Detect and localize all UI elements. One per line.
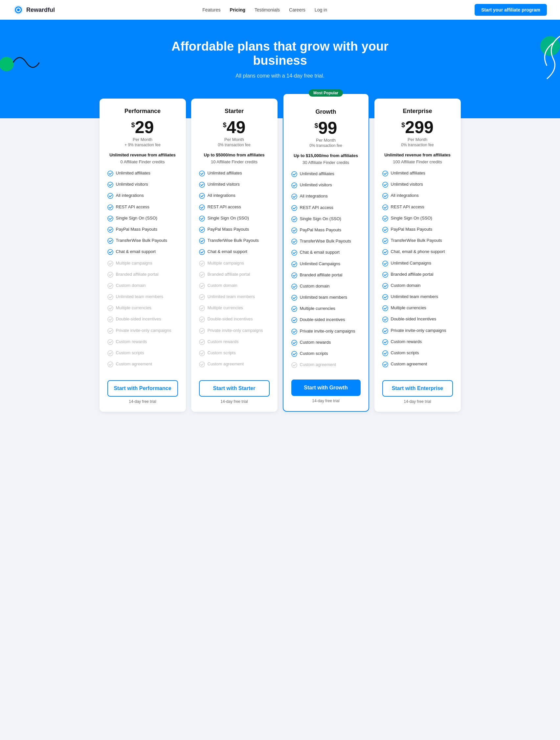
plan-cta-button-growth[interactable]: Start with Growth — [291, 379, 361, 396]
feature-item: Branded affiliate portal — [291, 272, 361, 280]
price-fee: + 9% transaction fee — [107, 143, 178, 147]
feature-text: PayPal Mass Payouts — [116, 226, 157, 232]
plan-name: Enterprise — [382, 108, 453, 115]
feature-text: Double-sided incentives — [300, 317, 345, 323]
feature-text: Custom rewards — [391, 339, 422, 345]
feature-item: TransferWise Bulk Payouts — [199, 238, 270, 246]
nav-testimonials[interactable]: Testimonials — [254, 7, 280, 12]
svg-point-43 — [292, 194, 297, 199]
svg-point-72 — [383, 317, 388, 322]
feature-check-icon — [291, 171, 297, 179]
svg-point-50 — [292, 273, 297, 278]
feature-check-icon — [107, 181, 113, 189]
svg-point-71 — [383, 305, 388, 311]
feature-check-icon — [382, 328, 388, 336]
feature-text: Double-sided incentives — [116, 316, 161, 322]
plan-credits: 100 Affiliate Finder credits — [382, 159, 453, 164]
svg-point-59 — [383, 171, 388, 176]
feature-item: TransferWise Bulk Payouts — [291, 238, 361, 246]
price-dollar-sign: $ — [223, 121, 227, 129]
nav-cta-button[interactable]: Start your affiliate program — [475, 4, 547, 16]
feature-item: PayPal Mass Payouts — [199, 226, 270, 234]
svg-point-36 — [199, 317, 205, 322]
svg-point-37 — [199, 328, 205, 334]
feature-item: Single Sign On (SSO) — [291, 216, 361, 224]
feature-item: Custom agreement — [382, 361, 453, 369]
feature-item: All integrations — [107, 193, 178, 200]
plan-trial: 14-day free trial — [199, 399, 270, 404]
svg-point-35 — [199, 305, 205, 311]
feature-item: PayPal Mass Payouts — [382, 226, 453, 234]
features-list: Unlimited affiliates Unlimited visitors … — [107, 170, 178, 374]
svg-point-49 — [292, 262, 297, 267]
plan-credits: 10 Affiliate Finder credits — [199, 159, 270, 164]
svg-point-5 — [108, 171, 113, 176]
feature-text: Custom rewards — [300, 340, 331, 345]
feature-text: Multiple currencies — [300, 305, 335, 311]
feature-text: Custom agreement — [116, 361, 152, 367]
feature-item: Single Sign On (SSO) — [199, 215, 270, 223]
feature-text: Unlimited affiliates — [208, 170, 242, 176]
svg-point-51 — [292, 284, 297, 289]
feature-check-icon — [199, 238, 205, 246]
feature-item: Custom scripts — [291, 351, 361, 359]
svg-point-41 — [292, 172, 297, 177]
svg-point-15 — [108, 283, 113, 288]
feature-text: Unlimited team members — [116, 294, 163, 300]
svg-point-60 — [383, 182, 388, 187]
feature-check-icon — [199, 294, 205, 302]
feature-item: Single Sign On (SSO) — [107, 215, 178, 223]
plan-cta-button-enterprise[interactable]: Start with Enterprise — [382, 380, 453, 397]
feature-text: Multiple currencies — [208, 305, 243, 311]
feature-text: Custom domain — [208, 283, 237, 288]
feature-check-icon — [107, 226, 113, 234]
feature-text: Branded affiliate portal — [391, 271, 434, 277]
feature-check-icon — [291, 351, 297, 359]
feature-check-icon — [107, 170, 113, 178]
feature-check-icon — [382, 361, 388, 369]
nav-features[interactable]: Features — [202, 7, 220, 12]
feature-text: PayPal Mass Payouts — [208, 226, 249, 232]
svg-point-9 — [108, 216, 113, 221]
nav-login[interactable]: Log in — [315, 7, 327, 12]
feature-text: Custom rewards — [116, 339, 147, 345]
feature-item: Chat & email support — [107, 249, 178, 257]
feature-check-icon — [291, 182, 297, 190]
svg-point-42 — [292, 183, 297, 188]
features-list: Unlimited affiliates Unlimited visitors … — [382, 170, 453, 374]
feature-item: Unlimited Campaigns — [291, 261, 361, 269]
feature-text: PayPal Mass Payouts — [300, 227, 341, 233]
price-amount: 29 — [135, 119, 154, 136]
svg-point-29 — [199, 238, 205, 244]
feature-item: Multiple currencies — [107, 305, 178, 313]
feature-item: Multiple campaigns — [107, 260, 178, 268]
nav-pricing[interactable]: Pricing — [230, 7, 245, 12]
feature-check-icon — [107, 283, 113, 290]
feature-text: Private invite-only campaigns — [391, 328, 446, 334]
feature-check-icon — [382, 283, 388, 290]
feature-item: Unlimited Campaigns — [382, 260, 453, 268]
logo[interactable]: Rewardful — [13, 5, 55, 15]
feature-check-icon — [107, 249, 113, 257]
feature-check-icon — [199, 193, 205, 200]
price-dollar-sign: $ — [131, 121, 135, 129]
feature-text: Branded affiliate portal — [116, 271, 159, 277]
feature-check-icon — [382, 316, 388, 324]
svg-point-2 — [17, 9, 20, 11]
svg-point-12 — [108, 250, 113, 255]
plan-cta-button-starter[interactable]: Start with Starter — [199, 380, 270, 397]
feature-text: Single Sign On (SSO) — [208, 215, 249, 221]
svg-point-58 — [292, 362, 297, 368]
nav-careers[interactable]: Careers — [289, 7, 306, 12]
feature-text: Private invite-only campaigns — [208, 328, 263, 334]
feature-check-icon — [291, 238, 297, 246]
feature-text: Custom agreement — [208, 361, 244, 367]
feature-check-icon — [291, 205, 297, 213]
feature-check-icon — [291, 227, 297, 235]
feature-check-icon — [382, 350, 388, 358]
plan-name: Growth — [291, 108, 361, 115]
plan-cta-button-performance[interactable]: Start with Performance — [107, 380, 178, 397]
plan-revenue: Unlimited revenue from affiliates — [107, 153, 178, 157]
feature-item: Multiple currencies — [291, 305, 361, 313]
feature-text: Chat, email & phone support — [391, 249, 445, 255]
